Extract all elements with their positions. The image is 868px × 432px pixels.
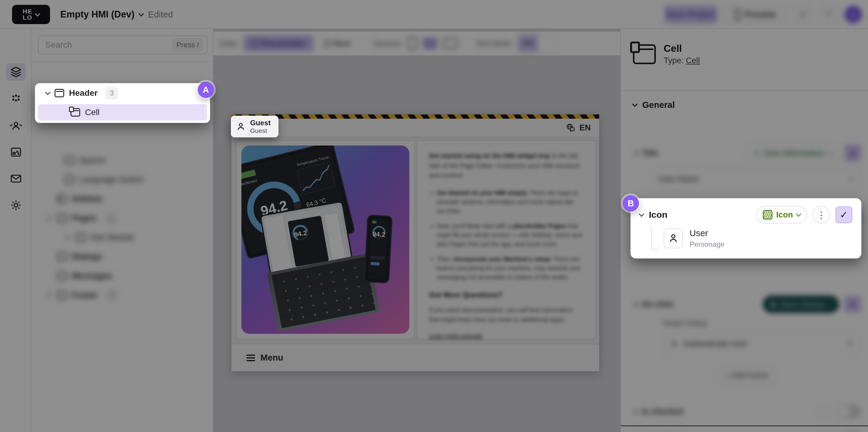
helio-logo[interactable]: HELO xyxy=(12,5,50,24)
search-shortcut-hint: Press / xyxy=(172,38,203,52)
rail-item-users[interactable] xyxy=(6,117,26,134)
hero-card: Dashboard 94.2kg/h Temperature Trend 64.… xyxy=(236,140,415,339)
language-code: EN xyxy=(579,123,591,133)
more-options-button[interactable]: ⋮ xyxy=(812,206,830,224)
chevron-right-icon xyxy=(632,409,638,414)
binding-button[interactable]: ◈ xyxy=(844,296,861,312)
language-switch-icon xyxy=(64,175,74,184)
save-project-button[interactable]: Save Project xyxy=(664,5,717,24)
tree-item-footer[interactable]: Footer 2 xyxy=(32,286,213,305)
confirm-check-button[interactable]: ✓ xyxy=(835,206,852,223)
components-icon xyxy=(10,93,22,105)
type-link[interactable]: Cell xyxy=(686,56,700,65)
top-right-actions: Save Project Preview ↗ ? ● xyxy=(664,0,862,29)
phone-device-button[interactable] xyxy=(408,37,417,50)
general-section-header[interactable]: General xyxy=(633,100,675,110)
welcome-heading: Got More Questions? xyxy=(429,291,584,299)
welcome-text: Get started using on the HMI widget tray… xyxy=(417,141,595,350)
rail-item-layers[interactable] xyxy=(6,63,26,81)
layers-icon xyxy=(10,66,22,78)
user-avatar[interactable]: ● xyxy=(844,6,862,23)
edit-pencil-icon[interactable]: ✎ xyxy=(846,339,854,349)
user-icon xyxy=(668,233,679,244)
preview-button[interactable]: Preview xyxy=(723,5,786,24)
tree-item-get-started[interactable]: Get Started xyxy=(32,228,213,247)
icon-item-subtitle: Personage xyxy=(689,240,724,248)
help-button[interactable]: ? xyxy=(818,5,838,24)
search-box[interactable]: Press / xyxy=(38,36,207,54)
chevron-down-icon xyxy=(45,90,50,95)
data-real-option[interactable]: Real xyxy=(319,35,356,52)
users-icon xyxy=(10,119,22,132)
add-action-button[interactable]: + Add Action xyxy=(715,366,778,385)
tree-item-dialogs[interactable]: Dialogs xyxy=(32,247,213,266)
tree-item-spacer[interactable]: Spacer xyxy=(32,151,213,170)
title-property-row: Title User Information ◈ xyxy=(633,144,861,162)
chevron-down-icon xyxy=(848,175,854,181)
guest-subtitle: Guest xyxy=(250,127,271,134)
pages-icon xyxy=(57,214,67,222)
sidebar-icon xyxy=(57,195,67,203)
selected-icon-label: User Personage xyxy=(689,228,724,248)
indent-guide xyxy=(651,227,659,250)
cell-type-icon xyxy=(633,44,656,64)
logo-chevron-icon xyxy=(35,11,40,16)
test-mode-group: Test Mode ON xyxy=(475,34,557,53)
data-placeholder-option[interactable]: Placeholder xyxy=(244,35,313,52)
data-mode-group: Data: Placeholder Real xyxy=(219,35,355,52)
rail-item-assets[interactable] xyxy=(6,143,26,161)
rail-item-components[interactable] xyxy=(6,90,26,108)
tree-item-messages[interactable]: Messages xyxy=(32,266,213,286)
tree-item-pages[interactable]: Pages 2 xyxy=(32,208,213,228)
monitor-device-button[interactable] xyxy=(443,38,458,48)
title-binding-pill[interactable]: User Information xyxy=(745,144,839,162)
divider xyxy=(466,37,467,50)
language-switch[interactable]: EN xyxy=(565,123,591,133)
welcome-bullet: Get Started on your HMI simply: There ar… xyxy=(437,188,584,215)
welcome-card: Get started using on the HMI widget tray… xyxy=(417,140,596,339)
chevron-right-icon xyxy=(45,293,50,298)
icon-section-header: Icon Icon ⋮ ✓ xyxy=(640,206,852,224)
tree-item-header[interactable]: Header 3 xyxy=(35,83,210,103)
person-icon xyxy=(670,339,678,348)
is-checked-toggle[interactable] xyxy=(837,405,861,419)
gear-icon xyxy=(10,199,22,211)
rail-item-messages[interactable] xyxy=(6,170,26,188)
guest-cell-widget[interactable]: Guest Guest xyxy=(231,116,278,137)
share-button[interactable]: ↗ xyxy=(793,5,812,24)
binding-circle-button[interactable] xyxy=(818,405,832,419)
tree-item-cell-selected[interactable]: Cell xyxy=(38,104,207,121)
target-dialog-label: Target Dialog xyxy=(662,319,707,327)
icon-type-pill[interactable]: Icon xyxy=(756,206,807,224)
icon-item-title: User xyxy=(689,228,724,238)
rail-item-settings[interactable] xyxy=(6,196,26,214)
globe-language-icon xyxy=(565,123,576,133)
test-mode-toggle[interactable]: ON xyxy=(518,34,557,53)
project-switcher[interactable]: Empty HMI (Dev) Edited xyxy=(60,0,173,29)
target-dialog-row: Authenticate User ✎ xyxy=(633,331,861,356)
panel-bottom-divider xyxy=(621,425,868,426)
tutorials-link[interactable]: Learn Helio tutorials xyxy=(429,333,483,339)
selected-icon-tile[interactable] xyxy=(664,228,683,248)
preview-menu-bar[interactable]: Menu xyxy=(231,344,599,371)
tree-item-sidebar[interactable]: Sidebar xyxy=(32,189,213,208)
count-badge: 3 xyxy=(105,87,118,99)
divider xyxy=(621,90,868,91)
chevron-right-icon xyxy=(45,215,50,221)
binding-button[interactable]: ◈ xyxy=(844,145,861,161)
open-dialog-action-button[interactable]: ▣Open Dialog xyxy=(763,296,839,313)
welcome-bullet: Then, incorporate your Machine's setup: … xyxy=(437,255,584,282)
tablet-device-button[interactable] xyxy=(424,38,437,49)
target-dialog-input[interactable]: Authenticate User ✎ xyxy=(662,331,861,356)
footer-icon xyxy=(57,291,67,299)
title-value-row: User Name xyxy=(633,167,861,191)
tree-item-language-switch[interactable]: Language Switch xyxy=(32,170,213,189)
divider xyxy=(364,37,365,50)
title-value-select[interactable]: User Name xyxy=(650,167,861,191)
person-icon xyxy=(752,149,761,157)
edited-status: Edited xyxy=(148,10,173,20)
highlighted-tree-card: Header 3 Cell xyxy=(35,83,210,123)
icon-type-glyph xyxy=(763,210,772,220)
search-input[interactable] xyxy=(45,40,168,50)
chevron-right-icon xyxy=(64,235,69,240)
